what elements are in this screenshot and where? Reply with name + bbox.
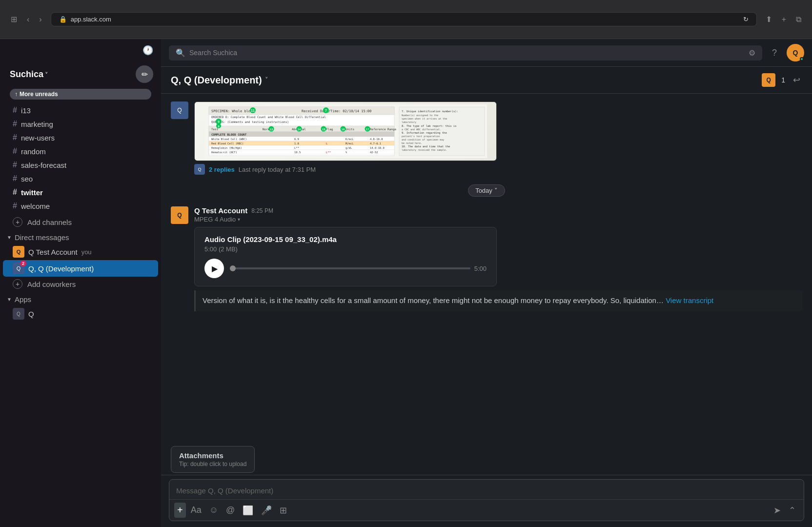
meta-chevron-icon[interactable]: ▾ xyxy=(238,217,240,222)
svg-text:16: 16 xyxy=(342,128,345,131)
send-icon: ➤ xyxy=(773,506,781,515)
send-button[interactable]: ➤ xyxy=(771,503,784,518)
track-bar[interactable] xyxy=(230,267,470,269)
svg-text:15: 15 xyxy=(322,128,325,131)
svg-text:Flag: Flag xyxy=(326,127,333,131)
svg-text:9. Information regarding the: 9. Information regarding the xyxy=(402,131,447,135)
search-bar[interactable]: 🔍 Search Suchica ⚙ xyxy=(169,45,762,61)
new-message-button[interactable]: ✏ xyxy=(136,65,153,83)
workspace-name[interactable]: Suchica xyxy=(10,69,48,80)
sidebar-item-new-users[interactable]: # new-users xyxy=(3,131,158,144)
attachment-tooltip-container: Attachments Tip: double click to upload xyxy=(171,444,255,473)
attach-button[interactable]: + xyxy=(174,503,186,518)
image-preview[interactable]: SPECIMEN: Whole blood Received Date/Time… xyxy=(194,101,497,161)
mic-button[interactable]: 🎤 xyxy=(258,503,275,518)
message-block-audio: Q Q Test Account 8:25 PM MPEG 4 Audio ▾ … xyxy=(171,206,802,311)
sidebar-item-qq-development[interactable]: Q 2 Q, Q (Development) xyxy=(3,260,158,277)
dm-section-label: Direct messages xyxy=(15,233,69,242)
add-channels-item[interactable]: + Add channels xyxy=(3,215,158,229)
message-content-image: SPECIMEN: Whole blood Received Date/Time… xyxy=(194,101,802,175)
history-icon[interactable]: 🕐 xyxy=(142,45,153,56)
svg-text:specimen when it arrives at th: specimen when it arrives at the xyxy=(402,117,447,121)
emoji-icon: ☺ xyxy=(209,505,218,515)
sidebar-item-twitter[interactable]: # twitter xyxy=(3,185,158,199)
sidebar-item-sales-forecast[interactable]: # sales-forecast xyxy=(3,158,158,172)
apps-section-header[interactable]: ▼ Apps xyxy=(0,291,161,305)
audio-message-content: Q Test Account 8:25 PM MPEG 4 Audio ▾ Au… xyxy=(194,206,802,311)
expand-button[interactable]: ⌃ xyxy=(786,503,799,518)
dm-chevron-icon: ▼ xyxy=(7,235,12,240)
hash-icon: # xyxy=(13,174,17,183)
sidebar-item-app-q[interactable]: Q Q xyxy=(3,305,158,322)
date-chevron-icon: ˅ xyxy=(494,187,498,194)
more-unreads-chip[interactable]: ↑ More unreads xyxy=(10,89,151,100)
emoji-button[interactable]: ☺ xyxy=(206,503,221,517)
sidebar-toggle-button[interactable]: ⊞ xyxy=(8,13,20,26)
sidebar-item-welcome[interactable]: # welcome xyxy=(3,199,158,213)
channel-title[interactable]: Q, Q (Development) ˅ xyxy=(171,75,268,86)
channel-name: i13 xyxy=(21,106,31,115)
url-text: app.slack.com xyxy=(71,16,111,23)
search-filter-icon[interactable]: ⚙ xyxy=(749,48,755,58)
back-button[interactable]: ‹ xyxy=(24,13,32,26)
browser-tabs-button[interactable]: ⧉ xyxy=(793,13,804,26)
forward-button[interactable]: › xyxy=(36,13,44,26)
user-avatar[interactable]: Q xyxy=(787,44,804,61)
sidebar-header: Suchica ✏ xyxy=(0,58,161,87)
svg-text:14.0-18.0: 14.0-18.0 xyxy=(370,146,385,149)
svg-text:7: 7 xyxy=(325,109,327,112)
help-button[interactable]: ? xyxy=(770,46,779,60)
shortcuts-button[interactable]: ⊞ xyxy=(277,503,290,518)
message-meta: MPEG 4 Audio ▾ xyxy=(194,216,802,223)
unread-badge: 2 xyxy=(20,261,26,266)
svg-text:17: 17 xyxy=(366,128,369,131)
expand-icon: ⌃ xyxy=(789,505,796,516)
search-icon: 🔍 xyxy=(176,48,185,58)
format-button[interactable]: Aa xyxy=(188,503,204,517)
browser-newtab-button[interactable]: + xyxy=(779,13,789,26)
apps-chevron-icon: ▼ xyxy=(7,297,12,302)
sidebar-item-seo[interactable]: # seo xyxy=(3,172,158,185)
svg-text:be noted here.: be noted here. xyxy=(402,142,422,144)
view-transcript-link[interactable]: View transcript xyxy=(666,296,713,304)
sidebar-item-test-account[interactable]: Q Q Test Account you xyxy=(3,243,158,260)
dm-avatar-test: Q xyxy=(13,246,24,258)
date-divider: Today ˅ xyxy=(171,184,802,197)
sidebar-item-random[interactable]: # random xyxy=(3,144,158,158)
sidebar-item-marketing[interactable]: # marketing xyxy=(3,117,158,131)
address-bar[interactable]: 🔒 app.slack.com ↻ xyxy=(51,12,757,26)
dm-section-header[interactable]: ▼ Direct messages xyxy=(0,229,161,243)
svg-text:patient's test preparation: patient's test preparation xyxy=(402,135,440,138)
svg-text:Hemoglobin (Hb/Hgb): Hemoglobin (Hb/Hgb) xyxy=(211,146,242,150)
sidebar-item-i13[interactable]: # i13 xyxy=(3,103,158,117)
hash-icon: # xyxy=(13,202,17,210)
message-input-field[interactable]: Message Q, Q (Development) xyxy=(169,480,804,499)
member-avatar[interactable]: Q xyxy=(762,73,775,87)
svg-text:9: 9 xyxy=(218,120,220,123)
browser-share-button[interactable]: ⬆ xyxy=(763,13,775,26)
add-coworkers-item[interactable]: + Add coworkers xyxy=(3,277,158,291)
svg-text:ORDERED D: Complete Blood Coun: ORDERED D: Complete Blood Count and Whit… xyxy=(211,115,326,119)
mention-button[interactable]: @ xyxy=(223,503,238,517)
camera-icon: ⬜ xyxy=(243,505,253,516)
play-button[interactable]: ▶ xyxy=(204,259,224,278)
svg-text:10. The date and time that the: 10. The date and time that the xyxy=(402,145,450,148)
date-chip[interactable]: Today ˅ xyxy=(468,184,505,197)
user-status-dot xyxy=(800,57,804,61)
threads-button[interactable]: ↩ xyxy=(791,73,802,87)
svg-text:White Blood Cell (WBC): White Blood Cell (WBC) xyxy=(211,138,247,141)
track-thumb[interactable] xyxy=(230,265,236,271)
svg-text:1.8: 1.8 xyxy=(294,142,299,145)
svg-text:19.5: 19.5 xyxy=(294,151,301,154)
svg-text:M/mcL: M/mcL xyxy=(345,142,354,145)
apps-section-label: Apps xyxy=(15,295,31,304)
camera-button[interactable]: ⬜ xyxy=(240,503,256,518)
top-bar: 🔍 Search Suchica ⚙ ? Q xyxy=(161,39,812,67)
input-placeholder: Message Q, Q (Development) xyxy=(176,486,273,495)
svg-text:Number(s) assigned to the: Number(s) assigned to the xyxy=(402,114,438,117)
audio-track[interactable]: 5:00 xyxy=(230,265,487,272)
svg-text:SPECIMEN: Whole blood: SPECIMEN: Whole blood xyxy=(211,109,255,113)
svg-text:laboratory: laboratory xyxy=(402,121,416,124)
replies-row[interactable]: Q 2 replies Last reply today at 7:31 PM xyxy=(194,164,802,175)
svg-text:14: 14 xyxy=(298,128,301,131)
